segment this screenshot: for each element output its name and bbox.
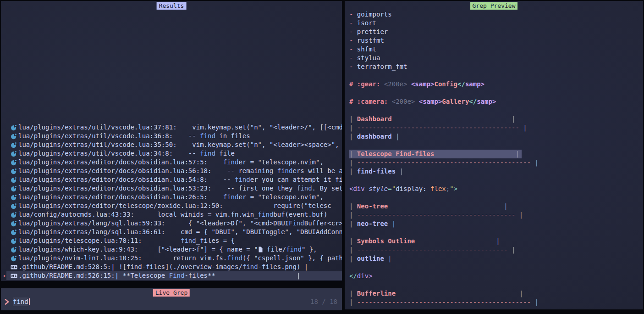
result-row[interactable]: lua/plugins/which-key.lua:9:43: ["<leade… [1,245,342,254]
preview-line-text: | --------------------------------------… [349,158,539,167]
preview-line-text: | Symbols Outline | [349,237,500,246]
text-segment: | [396,168,403,175]
preview-line: | find-files | [349,167,641,176]
text-segment: | [504,202,507,210]
text-segment: lua/plugins/extras/editor/docs/obsidian.… [18,185,297,192]
preview-line: <div style="display: flex;"> [349,185,641,193]
text-segment: | [349,298,357,306]
text-segment: file/ [263,246,286,253]
text-segment: - [349,63,357,70]
text-segment: er = "telescope.nvim", [238,193,323,201]
result-row[interactable]: lua/plugins/extras/lang/sql.lua:59:33: {… [1,219,342,228]
preview-line-text: | Telescope Find-files | [349,150,522,158]
text-segment: ----------------------------------------… [357,298,531,306]
lua-icon [11,185,17,192]
text-segment: | [515,150,519,157]
prompt-input[interactable]: find 18 / 18 [1,297,342,306]
text-segment [388,202,504,210]
text-segment: lua/plugins/which-key.lua:9:43: ["<leade… [18,246,258,253]
text-segment [392,115,512,123]
text-segment: | [349,290,357,297]
text-segment: - [349,45,357,53]
preview-line: - stylua [349,54,641,62]
result-row[interactable]: lua/plugins/extras/util/vscode.lua:37:81… [1,123,342,132]
text-segment: find [223,193,239,201]
text-segment: Buffer<cr>", d [304,219,342,227]
text-segment: --------------------------------------- [357,246,508,253]
result-row[interactable]: lua/plugins/extras/editor/docs/obsidian.… [1,184,342,193]
lua-icon [11,246,17,253]
text-cursor [29,298,30,305]
markdown-icon [11,272,17,280]
text-segment: | [349,150,357,157]
preview-line-text: - rustfmt [349,36,384,45]
result-row[interactable]: lua/plugins/extras/editor/docs/obsidian.… [1,167,342,175]
preview-line: - goimports [349,10,641,19]
text-segment: find [235,176,250,183]
text-segment: </ [457,80,465,88]
result-row[interactable]: lua/plugins/extras/editor/docs/obsidian.… [1,158,342,167]
text-segment: </ [469,98,477,105]
result-row[interactable]: lua/plugins/extras/editor/telescope/zoxi… [1,202,342,210]
text-segment: | [349,246,357,253]
preview-line [349,193,641,202]
text-segment: ({ "cspell.json" }, { path = [242,254,342,262]
result-row[interactable]: lua/plugins/telescope.lua:78:11: find_fi… [1,236,342,245]
result-row[interactable]: .github/README.md:528:5:| ![find-files](… [1,263,342,271]
preview-line-text: | find-files | [349,167,403,176]
text-segment: # :camera: [349,98,392,105]
text-segment: - [349,37,357,44]
result-row[interactable]: lua/plugins/extras/editor/docs/obsidian.… [1,175,342,184]
text-segment: <samp> [411,80,435,88]
result-row[interactable]: lua/plugins/extras/util/vscode.lua:34:8:… [1,149,342,158]
text-segment: neo-tree [357,220,388,227]
lua-icon [11,141,17,149]
text-segment: Symbols Outline [357,237,415,245]
preview-line: | dashboard | [349,132,641,141]
text-segment: | [515,211,523,219]
text-segment: flex [430,185,446,192]
text-segment: " [450,185,453,192]
text-segment [415,237,496,245]
text-segment: file [215,150,235,157]
lua-icon [11,159,17,166]
text-segment: | [384,255,392,262]
preview-line [349,263,641,272]
text-segment: prettier [357,28,388,35]
preview-line [349,89,641,97]
result-row[interactable]: lua/plugins/nvim-lint.lua:10:25: return … [1,254,342,263]
text-segment: | [388,220,396,227]
preview-line: | outline | [349,254,641,263]
preview-line [349,71,641,80]
text-segment: # :gear: [349,80,384,88]
text-segment: find [277,167,293,174]
text-segment: ----------------------------------------… [357,124,519,131]
result-row-selected[interactable]: ▸ .github/README.md:526:15:| **Telescope… [1,271,342,280]
text-segment: find [181,237,196,244]
text-segment: lua/plugins/extras/editor/docs/obsidian.… [18,176,235,183]
selection-caret-icon: ▸ [3,271,6,280]
result-row[interactable]: lua/config/autocmds.lua:43:33: local win… [1,210,342,219]
text-segment: lua/plugins/extras/util/vscode.lua:37:81… [18,123,342,131]
result-row[interactable]: lua/plugins/extras/util/vscode.lua:35:50… [1,140,342,149]
lua-icon [11,194,17,201]
preview-line [349,280,641,289]
preview-line: | Symbols Outline | [349,237,641,246]
search-query[interactable]: find [13,297,28,306]
results-window: Results lua/plugins/extras/util/vscode.l… [1,1,342,281]
text-segment: - [349,19,357,27]
result-row[interactable]: lua/plugins/extras/lang/sql.lua:36:61: c… [1,228,342,236]
text-segment: find [227,254,242,262]
result-row[interactable]: lua/plugins/extras/editor/docs/obsidian.… [1,193,342,202]
preview-line: </div> [349,272,641,280]
text-segment: ; [446,185,450,192]
result-row[interactable]: lua/plugins/extras/util/vscode.lua:36:8:… [1,132,342,140]
text-segment: = [388,185,391,192]
text-segment: | [349,211,357,219]
text-segment: .github/README.md:528:5:| ![find-files](… [18,263,242,270]
text-segment: isort [357,19,376,27]
lua-icon [11,211,17,219]
preview-line-text: | neo-tree | [349,219,396,228]
text-segment: lua/plugins/extras/editor/telescope/zoxi… [18,202,331,209]
text-segment: " [392,185,396,192]
